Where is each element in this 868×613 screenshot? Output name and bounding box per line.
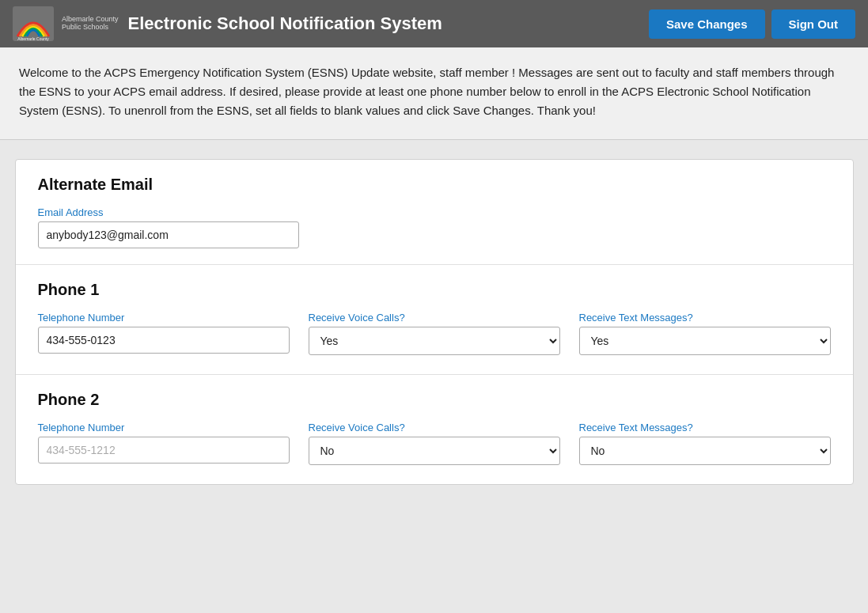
svg-text:Albemarle County: Albemarle County (17, 36, 49, 41)
phone2-voice-field: Receive Voice Calls? Yes No (309, 422, 560, 465)
acps-logo: Albemarle County (13, 6, 54, 41)
phone1-text-label: Receive Text Messages? (579, 312, 831, 324)
email-label: Email Address (38, 206, 831, 218)
phone2-fields: Telephone Number Receive Voice Calls? Ye… (38, 422, 831, 465)
page-title: Electronic School Notification System (128, 13, 639, 34)
email-field: Email Address (38, 206, 831, 248)
email-field-wrapper: Email Address (38, 206, 831, 248)
alternate-email-title: Alternate Email (38, 176, 831, 194)
phone1-voice-label: Receive Voice Calls? (309, 312, 560, 324)
sign-out-button[interactable]: Sign Out (771, 9, 856, 39)
phone2-section: Phone 2 Telephone Number Receive Voice C… (16, 375, 853, 484)
phone2-telephone-label: Telephone Number (38, 422, 290, 433)
phone1-telephone-label: Telephone Number (38, 312, 290, 324)
phone1-text-field: Receive Text Messages? Yes No (579, 312, 831, 355)
phone2-telephone-input[interactable] (38, 437, 290, 464)
phone2-title: Phone 2 (38, 391, 831, 409)
phone2-text-label: Receive Text Messages? (579, 422, 831, 433)
email-input[interactable] (38, 221, 299, 248)
school-name-line2: Public Schools (62, 24, 119, 32)
welcome-text: Welcome to the ACPS Emergency Notificati… (19, 63, 849, 120)
phone1-fields: Telephone Number Receive Voice Calls? Ye… (38, 312, 831, 355)
app-header: Albemarle County Albemarle County Public… (0, 0, 868, 47)
phone1-title: Phone 1 (38, 281, 831, 299)
save-changes-button[interactable]: Save Changes (649, 9, 765, 39)
phone1-telephone-input[interactable] (38, 327, 290, 354)
main-content: Alternate Email Email Address Phone 1 Te… (0, 140, 868, 504)
phone1-text-select[interactable]: Yes No (579, 327, 831, 355)
header-buttons: Save Changes Sign Out (649, 9, 855, 39)
logo-area: Albemarle County Albemarle County Public… (13, 6, 119, 41)
form-card: Alternate Email Email Address Phone 1 Te… (15, 159, 854, 485)
alternate-email-section: Alternate Email Email Address (16, 160, 853, 265)
phone2-text-select[interactable]: Yes No (579, 437, 831, 465)
welcome-section: Welcome to the ACPS Emergency Notificati… (0, 47, 868, 140)
phone2-voice-select[interactable]: Yes No (309, 437, 560, 465)
phone1-telephone-field: Telephone Number (38, 312, 290, 355)
phone1-voice-field: Receive Voice Calls? Yes No (309, 312, 560, 355)
phone2-telephone-field: Telephone Number (38, 422, 290, 465)
phone1-section: Phone 1 Telephone Number Receive Voice C… (16, 265, 853, 375)
phone2-text-field: Receive Text Messages? Yes No (579, 422, 831, 465)
phone2-voice-label: Receive Voice Calls? (309, 422, 560, 433)
phone1-voice-select[interactable]: Yes No (309, 327, 560, 355)
